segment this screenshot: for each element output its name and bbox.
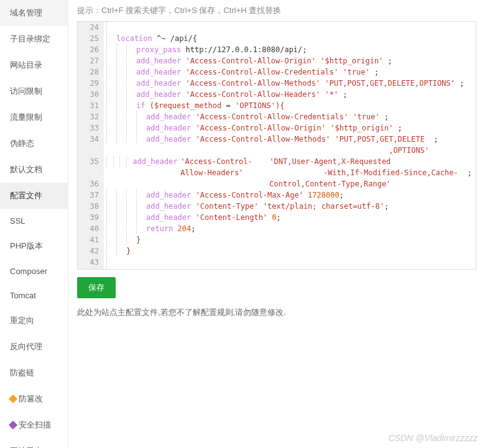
sidebar-item-scan[interactable]: 安全扫描	[0, 412, 68, 438]
code-line[interactable]: add_header 'Access-Control-Allow-Origin'…	[106, 55, 473, 66]
sidebar-item-phpver[interactable]: PHP版本	[0, 233, 68, 259]
sidebar-item-label: 默认文档	[10, 164, 42, 175]
sidebar-item-sitedir[interactable]: 网站目录	[0, 52, 68, 78]
sidebar-item-label: PHP版本	[10, 240, 43, 252]
code-line[interactable]: if ($request_method = 'OPTIONS'){	[106, 100, 473, 111]
sidebar-item-label: 配置文件	[10, 190, 42, 201]
code-line[interactable]: add_header 'Access-Control-Allow-Methods…	[106, 78, 473, 89]
code-line[interactable]: add_header 'Content-Length' 0;	[106, 212, 473, 223]
sidebar-item-label: 访问限制	[10, 86, 42, 97]
code-line[interactable]: add_header 'Access-Control-Allow-Methods…	[106, 134, 473, 156]
code-line[interactable]	[106, 257, 473, 268]
code-line[interactable]: }	[106, 234, 473, 245]
sidebar-item-subdir[interactable]: 子目录绑定	[0, 26, 68, 52]
code-line[interactable]: add_header 'Access-Control-Allow-Credent…	[106, 66, 473, 78]
main-panel: 提示：Ctrl+F 搜索关键字，Ctrl+S 保存，Ctrl+H 查找替换 24…	[68, 0, 485, 448]
sidebar-item-label: 防篡改	[19, 393, 43, 405]
config-editor[interactable]: 2425262728293031323334353637383940414243…	[77, 21, 476, 270]
sidebar-item-defaultdoc[interactable]: 默认文档	[0, 157, 68, 183]
watermark: CSDN @Vladimirzzzzz	[389, 433, 478, 443]
sidebar-item-composer[interactable]: Composer	[0, 259, 68, 283]
sidebar-item-label: 流量限制	[10, 112, 42, 123]
code-area[interactable]: location ^~ /api/{proxy_pass http://127.…	[104, 22, 476, 270]
sidebar-item-hotlink[interactable]: 防盗链	[0, 360, 68, 386]
code-line[interactable]: add_header 'Access-Control-Allow-Headers…	[106, 156, 473, 190]
code-line[interactable]: add_header 'Content-Type' 'text/plain; c…	[106, 201, 473, 212]
line-gutter: 2425262728293031323334353637383940414243	[78, 22, 104, 270]
sidebar-item-ssl[interactable]: SSL	[0, 209, 68, 233]
sidebar-item-rewrite[interactable]: 伪静态	[0, 130, 68, 157]
code-line[interactable]: }	[106, 245, 473, 257]
code-line[interactable]	[106, 22, 473, 33]
save-button[interactable]: 保存	[77, 277, 116, 298]
code-line[interactable]: location ^~ /api/{	[106, 33, 473, 44]
sidebar-item-label: 子目录绑定	[10, 34, 50, 45]
code-line[interactable]: add_header 'Access-Control-Allow-Headers…	[106, 89, 473, 100]
sidebar-item-label: 重定向	[10, 315, 34, 326]
sidebar-item-logs[interactable]: 网站日志	[0, 438, 68, 448]
sidebar-item-label: SSL	[10, 216, 25, 226]
code-line[interactable]: add_header 'Access-Control-Allow-Credent…	[106, 111, 473, 122]
sidebar-item-label: Composer	[10, 267, 47, 276]
hint-text: 提示：Ctrl+F 搜索关键字，Ctrl+S 保存，Ctrl+H 查找替换	[77, 5, 476, 16]
diamond-orange-icon	[9, 395, 17, 403]
sidebar-item-proxy[interactable]: 反向代理	[0, 334, 68, 360]
code-line[interactable]: #禁止访问的文件或目录	[106, 268, 473, 270]
code-line[interactable]: add_header 'Access-Control-Allow-Origin'…	[106, 122, 473, 134]
note-text: 此处为站点主配置文件,若您不了解配置规则,请勿随意修改.	[77, 307, 476, 318]
sidebar-item-label: Tomcat	[10, 291, 36, 300]
sidebar-item-trafficlimit[interactable]: 流量限制	[0, 104, 68, 130]
code-line[interactable]: return 204;	[106, 223, 473, 234]
sidebar-item-tomcat[interactable]: Tomcat	[0, 283, 68, 308]
sidebar-item-domain[interactable]: 域名管理	[0, 0, 68, 26]
sidebar-item-label: 安全扫描	[19, 419, 51, 431]
sidebar-item-label: 域名管理	[10, 7, 42, 19]
diamond-purple-icon	[9, 421, 17, 429]
sidebar-item-config[interactable]: 配置文件	[0, 183, 68, 209]
sidebar-item-label: 网站日志	[10, 446, 42, 448]
sidebar-item-accesslimit[interactable]: 访问限制	[0, 78, 68, 104]
sidebar-item-label: 反向代理	[10, 341, 42, 352]
sidebar-item-tamper[interactable]: 防篡改	[0, 386, 68, 412]
code-line[interactable]: proxy_pass http://127.0.0.1:8080/api/;	[106, 44, 473, 55]
sidebar-item-label: 伪静态	[10, 138, 34, 149]
sidebar-item-redirect[interactable]: 重定向	[0, 308, 68, 334]
sidebar-item-label: 网站目录	[10, 60, 42, 71]
sidebar: 域名管理子目录绑定网站目录访问限制流量限制伪静态默认文档配置文件SSLPHP版本…	[0, 0, 68, 448]
code-line[interactable]: add_header 'Access-Control-Max-Age' 1728…	[106, 190, 473, 201]
sidebar-item-label: 防盗链	[10, 367, 34, 378]
